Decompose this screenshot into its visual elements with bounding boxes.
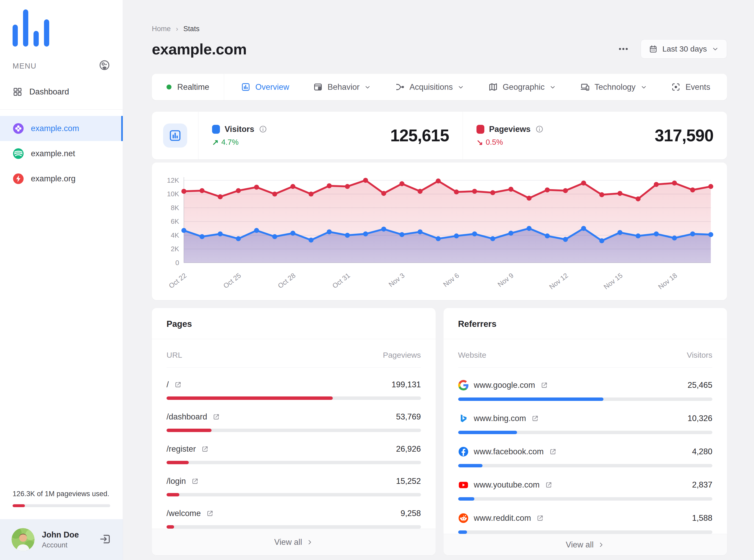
chevron-right-icon: › xyxy=(176,25,178,33)
breadcrumb-current: Stats xyxy=(183,25,199,33)
row-label: /login xyxy=(167,477,186,486)
list-item: /login 15,252 xyxy=(167,477,421,496)
row-link[interactable]: www.youtube.com xyxy=(458,480,553,490)
tab-acquisitions[interactable]: Acquisitions xyxy=(395,82,464,92)
info-icon[interactable] xyxy=(259,125,267,133)
date-range-button[interactable]: Last 30 days xyxy=(641,39,727,59)
svg-text:Nov 6: Nov 6 xyxy=(442,272,461,288)
row-link[interactable]: www.reddit.com xyxy=(458,513,544,523)
bing-favicon xyxy=(458,413,469,424)
sidebar-item-dashboard[interactable]: Dashboard xyxy=(13,87,110,97)
external-link-icon[interactable] xyxy=(545,481,553,489)
tab-technology[interactable]: Technology xyxy=(580,82,647,92)
row-link[interactable]: /login xyxy=(167,477,199,486)
list-item: /welcome 9,258 xyxy=(167,509,421,528)
row-link[interactable]: /register xyxy=(167,444,209,454)
sidebar-item-example.org[interactable]: example.org xyxy=(0,166,123,191)
technology-icon xyxy=(580,82,590,92)
tab-events[interactable]: Events xyxy=(671,82,710,92)
more-options-button[interactable] xyxy=(618,43,629,55)
svg-text:Nov 3: Nov 3 xyxy=(387,272,406,288)
usage-text: 126.3K of 1M pageviews used. xyxy=(13,490,110,498)
breadcrumb-home[interactable]: Home xyxy=(152,25,171,33)
main-content: Home › Stats example.com Last 30 days Re… xyxy=(123,0,754,560)
row-link[interactable]: www.facebook.com xyxy=(458,446,557,457)
tab-geographic[interactable]: Geographic xyxy=(488,82,556,92)
svg-text:Oct 25: Oct 25 xyxy=(222,272,243,290)
row-label: /dashboard xyxy=(167,412,207,422)
row-bar xyxy=(458,398,713,401)
row-value: 15,252 xyxy=(396,477,421,486)
tab-overview[interactable]: Overview xyxy=(241,82,289,92)
pages-view-all[interactable]: View all xyxy=(152,528,436,555)
list-item: www.youtube.com 2,837 xyxy=(458,480,713,501)
external-link-icon[interactable] xyxy=(536,514,544,522)
grid-icon xyxy=(13,87,22,97)
external-link-icon[interactable] xyxy=(531,415,539,422)
list-item: www.reddit.com 1,588 xyxy=(458,513,713,534)
external-link-icon[interactable] xyxy=(206,509,214,517)
row-link[interactable]: www.bing.com xyxy=(458,413,539,424)
row-link[interactable]: www.google.com xyxy=(458,380,548,391)
row-bar xyxy=(458,464,713,467)
site-bolt-icon xyxy=(13,173,24,184)
facebook-favicon xyxy=(458,446,469,457)
svg-text:0: 0 xyxy=(175,259,179,267)
svg-text:Nov 15: Nov 15 xyxy=(602,272,624,291)
youtube-favicon xyxy=(458,480,469,490)
svg-text:Oct 22: Oct 22 xyxy=(167,272,188,290)
row-value: 9,258 xyxy=(401,509,421,518)
external-link-icon[interactable] xyxy=(549,448,557,456)
site-waves-icon xyxy=(13,148,24,159)
sidebar-item-example.net[interactable]: example.net xyxy=(0,141,123,166)
site-label: example.org xyxy=(31,174,76,183)
info-icon[interactable] xyxy=(535,125,543,133)
referrers-view-all[interactable]: View all xyxy=(444,534,727,555)
row-label: www.youtube.com xyxy=(474,480,540,489)
row-label: www.bing.com xyxy=(474,414,526,423)
ellipsis-icon xyxy=(618,43,629,55)
chart-icon xyxy=(163,123,187,147)
external-link-icon[interactable] xyxy=(540,381,548,389)
row-label: www.google.com xyxy=(474,380,535,390)
account-name: John Doe xyxy=(42,530,79,540)
external-link-icon[interactable] xyxy=(174,381,182,388)
row-link[interactable]: /welcome xyxy=(167,509,214,518)
account-row[interactable]: John Doe Account xyxy=(0,519,123,560)
site-list: example.com example.net example.org xyxy=(0,116,123,191)
row-bar xyxy=(167,525,421,528)
tab-realtime[interactable]: Realtime xyxy=(152,74,224,100)
dashboard-label: Dashboard xyxy=(29,87,69,97)
chevron-down-icon xyxy=(712,45,719,53)
svg-text:10K: 10K xyxy=(167,190,179,198)
pages-col-url: URL xyxy=(167,351,182,360)
realtime-dot-icon xyxy=(167,84,172,89)
row-link[interactable]: /dashboard xyxy=(167,412,220,422)
acquisitions-icon xyxy=(395,82,405,92)
overview-icon xyxy=(241,82,251,92)
sign-out-icon[interactable] xyxy=(99,533,111,546)
chevron-right-icon xyxy=(598,541,604,548)
breadcrumb: Home › Stats xyxy=(152,25,727,33)
svg-text:Oct 28: Oct 28 xyxy=(276,272,297,290)
row-bar xyxy=(458,431,713,434)
visitors-delta: ↗ 4.7% xyxy=(212,138,267,147)
title-row: example.com Last 30 days xyxy=(152,39,727,59)
calendar-icon xyxy=(649,44,658,53)
svg-text:8K: 8K xyxy=(171,204,179,212)
external-link-icon[interactable] xyxy=(191,477,199,485)
tab-behavior[interactable]: Behavior xyxy=(313,82,371,92)
chevron-down-icon xyxy=(640,84,647,91)
pageviews-value: 317,590 xyxy=(655,126,713,145)
stat-pageviews: Pageviews ↘ 0.5% 317,590 xyxy=(463,112,727,159)
face-icon[interactable] xyxy=(99,59,110,73)
chevron-down-icon xyxy=(549,84,556,91)
row-link[interactable]: / xyxy=(167,380,182,389)
external-link-icon[interactable] xyxy=(201,445,209,453)
list-item: www.bing.com 10,326 xyxy=(458,413,713,434)
sidebar-item-example.com[interactable]: example.com xyxy=(0,116,123,141)
external-link-icon[interactable] xyxy=(212,413,220,421)
pages-card-title: Pages xyxy=(152,308,436,339)
row-value: 2,837 xyxy=(692,480,712,489)
row-bar xyxy=(458,531,713,534)
